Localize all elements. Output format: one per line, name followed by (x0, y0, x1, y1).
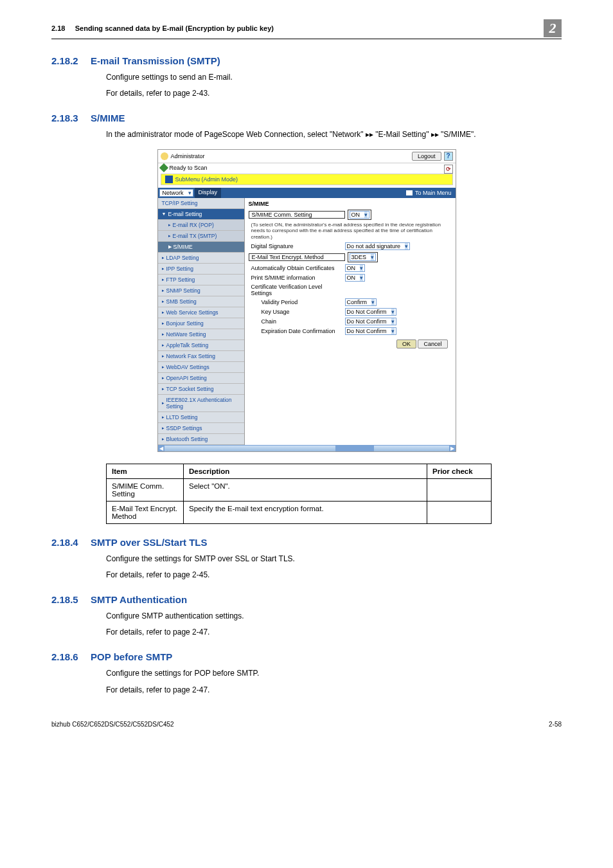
tree-arrow-icon: ▸ (162, 375, 164, 381)
panel-heading: S/MIME (249, 201, 452, 207)
dropdown-select[interactable]: Confirm (345, 298, 377, 306)
to-main-menu[interactable]: To Main Menu (402, 188, 456, 198)
highlight-box: 3DES (348, 252, 378, 262)
sidebar-item[interactable]: ▸SSDP Settings (158, 423, 244, 434)
body-text: For details, refer to page 2-45. (106, 569, 562, 581)
sidebar-item[interactable]: ▸SMB Setting (158, 296, 244, 307)
scroll-left-icon[interactable]: ◀ (158, 446, 164, 451)
sec-title: SMTP over SSL/Start TLS (91, 537, 207, 548)
dropdown-select[interactable]: Do Not Confirm (345, 308, 396, 316)
dropdown-select[interactable]: 3DES (350, 253, 377, 261)
tree-arrow-icon: ▸ (162, 415, 164, 420)
dropdown-select[interactable]: Do Not Confirm (345, 318, 396, 325)
field-label: E-Mail Text Encrypt. Method (249, 253, 345, 261)
tree-arrow-icon: ▸ (162, 332, 164, 337)
sec-num: 2.18.5 (51, 594, 78, 605)
display-tab[interactable]: Display (195, 188, 222, 198)
sidebar-item[interactable]: ▸FTP Setting (158, 275, 244, 285)
tree-arrow-icon: ▸ (162, 310, 164, 315)
sidebar-item[interactable]: ▸IPP Setting (158, 264, 244, 275)
tree-arrow-icon: ▸ (162, 343, 164, 348)
form-row: Expiration Date ConfirmationDo Not Confi… (249, 327, 452, 335)
body-text: Configure the settings for SMTP over SSL… (106, 553, 562, 565)
cancel-button[interactable]: Cancel (418, 339, 447, 348)
ok-button[interactable]: OK (396, 339, 416, 348)
scroll-right-icon[interactable]: ▶ (449, 446, 456, 451)
sec-num: 2.18.3 (51, 113, 78, 123)
section-2-18-2: 2.18.2 E-mail Transmission (SMTP) (51, 55, 562, 66)
sidebar-item-label: TCP Socket Setting (166, 386, 214, 392)
sidebar-item[interactable]: ▸E-mail TX (SMTP) (158, 231, 244, 242)
tree-arrow-icon: ▸ (162, 354, 164, 359)
scroll-thumb[interactable] (335, 446, 374, 451)
tree-arrow-icon: ▼ (162, 212, 166, 216)
table-row: S/MIME Comm. Setting Select "ON". (107, 478, 492, 501)
sidebar-item[interactable]: ▸SNMP Setting (158, 285, 244, 296)
table-cell: Specify the E-mail text encryption forma… (184, 501, 427, 523)
body-text: For details, refer to page 2-47. (106, 626, 562, 638)
field-label: Key Usage (249, 309, 345, 315)
logout-button[interactable]: Logout (412, 152, 441, 161)
sidebar-item[interactable]: ▶S/MIME (158, 242, 244, 253)
status-text: Ready to Scan (170, 165, 208, 171)
sec-num: 2.18.4 (51, 537, 78, 548)
sidebar-item[interactable]: ▸Bonjour Setting (158, 318, 244, 329)
section-2-18-4: 2.18.4 SMTP over SSL/Start TLS (51, 537, 562, 548)
help-icon[interactable]: ? (444, 152, 453, 161)
table-cell (427, 501, 492, 523)
dropdown-select[interactable]: ON (350, 211, 370, 219)
dropdown-select[interactable]: Do not add signature (345, 242, 411, 250)
sec-title: POP before SMTP (91, 651, 172, 662)
body-text: In the administrator mode of PageScope W… (106, 129, 562, 141)
refresh-icon[interactable]: ⟳ (444, 165, 453, 174)
network-dropdown[interactable]: Network (159, 189, 193, 197)
body-text: Configure the settings for POP before SM… (106, 667, 562, 680)
tree-arrow-icon: ▸ (162, 437, 164, 442)
form-row: Print S/MIME informationON (249, 274, 452, 282)
tree-arrow-icon: ▸ (162, 266, 164, 271)
body-text: Configure settings to send an E-mail. (106, 71, 562, 84)
highlight-box: ON (348, 210, 372, 220)
sidebar-item[interactable]: ▸TCP Socket Setting (158, 384, 244, 395)
section-2-18-3: 2.18.3 S/MIME (51, 113, 562, 123)
header-section-num: 2.18 (51, 24, 65, 32)
page-footer: bizhub C652/C652DS/C552/C552DS/C452 2-58 (0, 713, 613, 739)
sidebar-item-label: OpenAPI Setting (166, 375, 207, 381)
dropdown-select[interactable]: Do Not Confirm (345, 327, 396, 335)
footer-model: bizhub C652/C652DS/C552/C552DS/C452 (51, 721, 174, 728)
header-left: 2.18 Sending scanned data by E-mail (Enc… (51, 24, 274, 32)
sidebar-item[interactable]: ▸AppleTalk Setting (158, 340, 244, 351)
sidebar-item[interactable]: ▸E-mail RX (POP) (158, 220, 244, 231)
sidebar-item[interactable]: ▸Bluetooth Setting (158, 434, 244, 445)
sidebar-item[interactable]: ▼E-mail Setting (158, 209, 244, 220)
sidebar-item-label: IPP Setting (166, 266, 193, 272)
sidebar-item[interactable]: TCP/IP Setting (158, 198, 244, 209)
sec-title: E-mail Transmission (SMTP) (91, 55, 220, 66)
sidebar-item-label: Web Service Settings (166, 309, 218, 316)
dropdown-select[interactable]: ON (345, 274, 366, 282)
sidebar-item[interactable]: ▸LLTD Setting (158, 412, 244, 423)
sidebar-item[interactable]: ▸Network Fax Setting (158, 351, 244, 362)
page-header: 2.18 Sending scanned data by E-mail (Enc… (51, 19, 562, 39)
sidebar-item-label: LDAP Setting (166, 255, 199, 261)
sidebar-item[interactable]: ▸NetWare Setting (158, 329, 244, 340)
sidebar-item[interactable]: ▸IEEE802.1X Authentication Setting (158, 395, 244, 412)
tree-arrow-icon: ▸ (162, 255, 164, 260)
sec-num: 2.18.2 (51, 55, 78, 66)
submenu-bar[interactable]: SubMenu (Admin Mode) (161, 174, 453, 185)
table-row: E-Mail Text Encrypt. Method Specify the … (107, 501, 492, 523)
footer-page: 2-58 (549, 721, 562, 728)
tab-row: Network Display To Main Menu (158, 188, 456, 198)
tree-arrow-icon: ▸ (162, 426, 164, 431)
form-row: Validity PeriodConfirm (249, 298, 452, 306)
field-label: Certificate Verification Level Settings (249, 284, 345, 296)
sidebar-item[interactable]: ▸OpenAPI Setting (158, 373, 244, 384)
sidebar-item[interactable]: ▸Web Service Settings (158, 307, 244, 318)
horizontal-scrollbar[interactable]: ◀ ▶ (158, 445, 456, 451)
tree-arrow-icon: ▸ (162, 321, 164, 326)
form-row: E-Mail Text Encrypt. Method3DES (249, 252, 452, 262)
dropdown-select[interactable]: ON (345, 264, 366, 272)
sidebar-item[interactable]: ▸WebDAV Settings (158, 362, 244, 373)
sidebar-item[interactable]: ▸LDAP Setting (158, 253, 244, 264)
sidebar-item-label: SNMP Setting (166, 287, 200, 294)
